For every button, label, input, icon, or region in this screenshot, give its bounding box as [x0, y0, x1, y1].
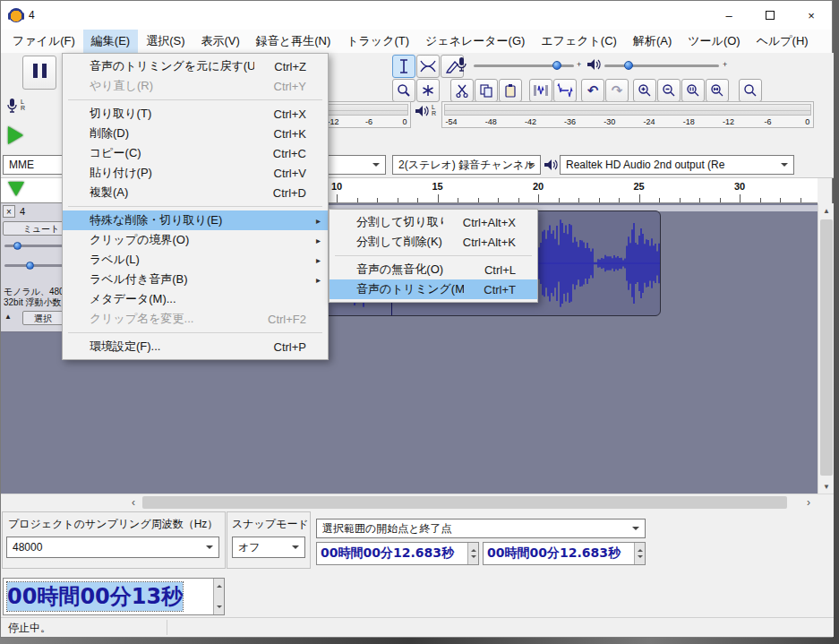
recording-volume-thumb[interactable] — [552, 61, 561, 70]
paste-icon — [503, 83, 518, 98]
edit-menu-item-13[interactable]: メタデータ(M)... — [63, 289, 328, 309]
zoom-selection-button[interactable] — [681, 79, 705, 102]
zoom-in-button[interactable] — [633, 79, 656, 102]
special-submenu-item-shortcut: Ctrl+Alt+K — [463, 236, 516, 249]
menubar-item-5[interactable]: トラック(T) — [338, 30, 417, 53]
play-icon[interactable] — [8, 126, 23, 144]
zoom-toggle-button[interactable] — [739, 79, 762, 102]
audio-position-field[interactable]: 00時間00分13秒 — [3, 578, 225, 615]
play-position-pin-icon[interactable] — [8, 182, 24, 196]
recording-channels-combo[interactable]: 2(ステレオ) 録音チャンネル — [392, 155, 541, 175]
edit-menu-item-7[interactable]: 複製(A)Ctrl+D — [63, 183, 328, 202]
scroll-left-icon: ‹ — [132, 496, 135, 509]
redo-button[interactable]: ↷ — [605, 79, 629, 102]
selection-end-spinner[interactable] — [634, 543, 645, 564]
playback-device-combo[interactable]: Realtek HD Audio 2nd output (Re — [560, 155, 794, 175]
edit-menu-item-1[interactable]: やり直し(R)Ctrl+Y — [63, 76, 328, 96]
special-submenu-item-3[interactable]: 音声の無音化(O)Ctrl+L — [330, 260, 537, 279]
paste-button[interactable] — [499, 79, 522, 102]
silence-audio-icon — [557, 83, 573, 98]
meter-scale-label: 0 — [402, 117, 407, 126]
ruler-label: 20 — [533, 181, 544, 192]
rate-combo[interactable]: 48000 — [6, 537, 219, 558]
multi-tool-button[interactable] — [416, 79, 440, 102]
special-submenu-item-0[interactable]: 分割して切り取り(I)Ctrl+Alt+X — [330, 212, 537, 232]
cut-button[interactable] — [450, 79, 474, 102]
playback-volume-plus: + — [723, 60, 727, 69]
track-select-button[interactable]: 選択 — [22, 311, 64, 325]
edit-menu-item-10[interactable]: クリップの境界(O)▸ — [63, 230, 328, 250]
selection-tool-button[interactable] — [392, 55, 415, 78]
menubar-item-9[interactable]: ツール(O) — [680, 30, 748, 53]
ruler-tick — [498, 198, 499, 202]
edit-menu-item-4[interactable]: 削除(D)Ctrl+K — [63, 124, 328, 143]
scroll-up-button[interactable]: ▲ — [818, 203, 835, 218]
playback-meter[interactable]: -54-48-42-36-30-24-18-12-60 — [441, 101, 814, 128]
edit-menu-item-6[interactable]: 貼り付け(P)Ctrl+V — [63, 163, 328, 183]
scroll-down-button[interactable]: ▼ — [818, 479, 835, 494]
audio-position-spinner[interactable] — [213, 579, 224, 614]
minimize-button[interactable]: – — [708, 1, 749, 30]
track-close-button[interactable]: × — [3, 205, 15, 218]
edit-menu-item-shortcut: Ctrl+V — [274, 167, 306, 180]
special-submenu-item-1[interactable]: 分割して削除(K)Ctrl+Alt+K — [330, 232, 537, 252]
menubar-item-0[interactable]: ファイル(F) — [4, 30, 83, 53]
menubar: ファイル(F)編集(E)選択(S)表示(V)録音と再生(N)トラック(T)ジェネ… — [1, 30, 832, 53]
edit-menu-item-label: クリップ名を変更... — [90, 311, 248, 327]
close-button[interactable]: × — [791, 1, 832, 30]
playback-volume-thumb[interactable] — [624, 61, 633, 70]
undo-button[interactable]: ↶ — [581, 79, 604, 102]
horizontal-scrollbar[interactable]: ‹ › — [1, 494, 834, 510]
edit-menu-item-9[interactable]: 特殊な削除・切り取り(E)▸ — [63, 210, 328, 230]
horizontal-scrollbar-thumb[interactable] — [142, 496, 787, 509]
vertical-scrollbar-thumb[interactable] — [820, 219, 833, 476]
vertical-scrollbar[interactable]: ▲ ▼ — [818, 203, 834, 494]
track-collapse-icon[interactable]: ▲ — [4, 313, 12, 321]
scissors-icon — [455, 83, 469, 98]
maximize-button[interactable] — [749, 1, 791, 30]
ruler-tick — [438, 194, 439, 202]
menubar-item-2[interactable]: 選択(S) — [138, 30, 193, 53]
scroll-left-button[interactable]: ‹ — [126, 494, 141, 511]
copy-button[interactable] — [475, 79, 498, 102]
envelope-tool-button[interactable] — [416, 55, 440, 78]
selection-start-field[interactable]: 00時間00分12.683秒 — [316, 542, 479, 565]
menubar-item-1[interactable]: 編集(E) — [83, 30, 138, 53]
special-submenu-item-4[interactable]: 音声のトリミング(M)Ctrl+T — [330, 279, 537, 299]
pan-slider-thumb[interactable] — [26, 262, 34, 270]
edit-menu-item-12[interactable]: ラベル付き音声(B)▸ — [63, 270, 328, 289]
menubar-item-8[interactable]: 解析(A) — [625, 30, 680, 53]
menubar-item-10[interactable]: ヘルプ(H) — [749, 30, 817, 53]
special-submenu-item-shortcut: Ctrl+Alt+X — [463, 216, 516, 229]
pause-button[interactable] — [22, 56, 56, 90]
ruler-label: 15 — [432, 181, 442, 192]
ruler-tick — [578, 198, 579, 202]
menubar-item-4[interactable]: 録音と再生(N) — [248, 30, 338, 53]
edit-menu-item-5[interactable]: コピー(C)Ctrl+C — [63, 143, 328, 163]
meter-scale-label: -24 — [643, 117, 655, 126]
silence-audio-button[interactable] — [553, 79, 577, 102]
edit-menu-item-label: 音声のトリミングを元に戻す(U) — [90, 58, 254, 74]
edit-menu-item-0[interactable]: 音声のトリミングを元に戻す(U)Ctrl+Z — [63, 56, 328, 76]
menubar-item-7[interactable]: エフェクト(C) — [533, 30, 625, 53]
trim-audio-button[interactable] — [529, 79, 552, 102]
edit-menu-item-3[interactable]: 切り取り(T)Ctrl+X — [63, 104, 328, 124]
zoom-out-button[interactable] — [657, 79, 681, 102]
scroll-right-button[interactable]: › — [801, 494, 816, 511]
menubar-item-6[interactable]: ジェネレーター(G) — [417, 30, 533, 53]
edit-menu-item-label: 複製(A) — [90, 185, 253, 201]
gain-slider-thumb[interactable] — [13, 242, 21, 250]
envelope-tool-icon — [420, 59, 436, 73]
edit-menu-item-shortcut: Ctrl+X — [274, 107, 306, 121]
selection-range-mode-combo[interactable]: 選択範囲の開始点と終了点 — [316, 519, 646, 538]
zoom-fit-button[interactable] — [706, 79, 729, 102]
selection-end-field[interactable]: 00時間00分12.683秒 — [483, 542, 646, 565]
edit-menu-item-16[interactable]: 環境設定(F)...Ctrl+P — [63, 337, 328, 356]
playback-volume-slider[interactable] — [604, 64, 719, 67]
snap-combo[interactable]: オフ — [232, 537, 305, 558]
edit-menu-item-14[interactable]: クリップ名を変更...Ctrl+F2 — [63, 309, 328, 329]
menubar-item-3[interactable]: 表示(V) — [193, 30, 248, 53]
zoom-tool-button[interactable] — [392, 79, 415, 102]
edit-menu-item-11[interactable]: ラベル(L)▸ — [63, 250, 328, 270]
selection-start-spinner[interactable] — [467, 543, 478, 564]
